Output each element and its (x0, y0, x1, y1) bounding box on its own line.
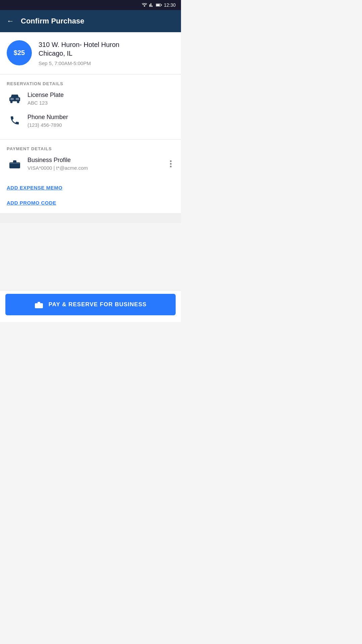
svg-rect-2 (156, 4, 160, 6)
payment-profile-info: Business Profile VISA*0000 | t*@acme.com (27, 157, 161, 171)
reservation-details-section: RESERVATION DETAILS License Plate ABC 12… (0, 74, 181, 139)
license-plate-text: License Plate ABC 123 (27, 92, 174, 106)
pay-reserve-button[interactable]: PAY & RESERVE FOR BUSINESS (5, 294, 176, 315)
svg-point-5 (17, 101, 19, 103)
svg-rect-11 (35, 304, 43, 305)
booking-time: Sep 5, 7:00AM-5:00PM (39, 60, 174, 66)
signal-icon (149, 3, 154, 7)
payment-details-section: PAYMENT DETAILS Business Profile VISA*00… (0, 140, 181, 177)
back-arrow-icon: ← (7, 17, 14, 25)
svg-point-4 (10, 101, 13, 103)
location-name: 310 W. Huron- Hotel Huron (39, 41, 119, 48)
car-icon (8, 92, 21, 105)
pay-button-label: PAY & RESERVE FOR BUSINESS (49, 301, 147, 308)
booking-summary: $25 310 W. Huron- Hotel Huron Chicago, I… (0, 32, 181, 74)
phone-number-text: Phone Number (123) 456-7890 (27, 114, 174, 128)
price-amount: $25 (14, 49, 25, 57)
back-button[interactable]: ← (7, 17, 14, 25)
price-badge: $25 (7, 40, 32, 65)
payment-profile-label: Business Profile (27, 157, 161, 164)
status-bar: 12:30 (0, 0, 181, 10)
phone-number-row: Phone Number (123) 456-7890 (7, 114, 174, 128)
svg-rect-6 (10, 98, 14, 100)
pay-button-container: PAY & RESERVE FOR BUSINESS (0, 290, 181, 322)
add-expense-memo-button[interactable]: ADD EXPENSE MEMO (7, 180, 62, 195)
wifi-icon (142, 3, 147, 7)
pay-briefcase-icon (35, 301, 43, 309)
svg-rect-9 (10, 163, 20, 164)
payment-profile-value: VISA*0000 | t*@acme.com (27, 165, 161, 171)
add-promo-code-button[interactable]: ADD PROMO CODE (7, 195, 56, 210)
payment-section-title: PAYMENT DETAILS (7, 146, 174, 151)
bottom-spacer (0, 213, 181, 223)
booking-location: 310 W. Huron- Hotel Huron Chicago, IL (39, 40, 174, 58)
location-city: Chicago, IL (39, 50, 72, 57)
booking-info: 310 W. Huron- Hotel Huron Chicago, IL Se… (39, 40, 174, 66)
phone-icon (8, 114, 21, 127)
phone-number-value: (123) 456-7890 (27, 122, 174, 128)
payment-more-button[interactable] (167, 158, 174, 170)
license-plate-label: License Plate (27, 92, 174, 99)
three-dots-icon (170, 160, 172, 167)
status-icons: 12:30 (142, 2, 176, 8)
svg-rect-7 (16, 98, 19, 100)
status-time: 12:30 (164, 2, 176, 8)
header: ← Confirm Purchase (0, 10, 181, 32)
license-plate-row: License Plate ABC 123 (7, 92, 174, 106)
svg-rect-1 (161, 5, 162, 6)
license-plate-value: ABC 123 (27, 100, 174, 106)
reservation-section-title: RESERVATION DETAILS (7, 81, 174, 86)
phone-number-label: Phone Number (27, 114, 174, 121)
battery-icon (156, 3, 162, 7)
payment-profile-row: Business Profile VISA*0000 | t*@acme.com (7, 157, 174, 171)
links-section: ADD EXPENSE MEMO ADD PROMO CODE (0, 177, 181, 213)
page-title: Confirm Purchase (21, 17, 84, 25)
briefcase-icon (8, 157, 21, 170)
